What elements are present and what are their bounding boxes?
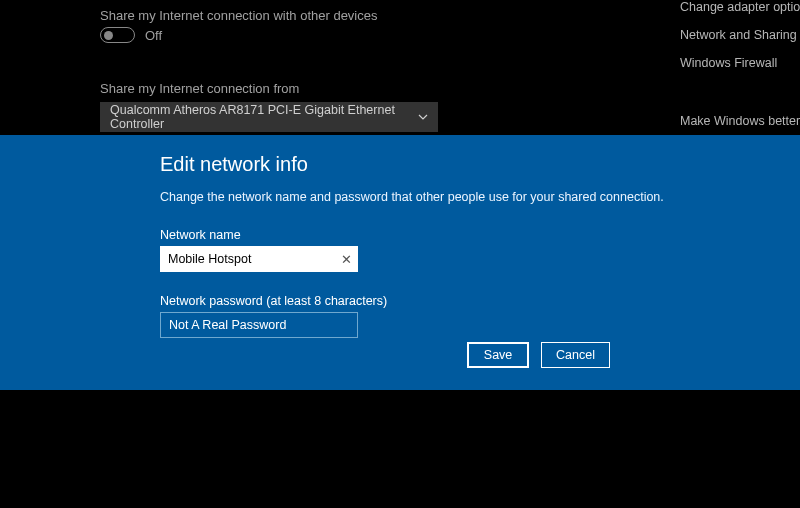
network-name-field-wrap: ✕ <box>160 246 358 272</box>
share-from-dropdown[interactable]: Qualcomm Atheros AR8171 PCI-E Gigabit Et… <box>100 102 438 132</box>
save-button[interactable]: Save <box>467 342 529 368</box>
share-toggle-state: Off <box>145 28 162 43</box>
edit-network-info-dialog: Edit network info Change the network nam… <box>0 135 800 390</box>
cancel-button[interactable]: Cancel <box>541 342 610 368</box>
share-from-label: Share my Internet connection from <box>100 81 600 96</box>
make-windows-better: Make Windows better <box>680 114 800 128</box>
link-network-sharing[interactable]: Network and Sharing Center <box>680 28 800 42</box>
chevron-down-icon <box>418 114 428 120</box>
clear-input-icon[interactable]: ✕ <box>341 252 352 267</box>
link-change-adapter[interactable]: Change adapter options <box>680 0 800 14</box>
link-windows-firewall[interactable]: Windows Firewall <box>680 56 800 70</box>
share-toggle-label: Share my Internet connection with other … <box>100 8 600 23</box>
network-password-field-wrap <box>160 312 358 338</box>
dialog-button-row: Save Cancel <box>467 342 610 368</box>
network-password-label: Network password (at least 8 characters) <box>160 294 760 308</box>
share-toggle-row: Off <box>100 27 600 43</box>
dialog-title: Edit network info <box>160 153 760 176</box>
network-name-input[interactable] <box>160 246 358 272</box>
share-from-value: Qualcomm Atheros AR8171 PCI-E Gigabit Et… <box>110 103 418 131</box>
network-password-input[interactable] <box>169 313 349 337</box>
related-settings-links: Change adapter options Network and Shari… <box>680 0 800 142</box>
share-toggle[interactable] <box>100 27 135 43</box>
network-name-label: Network name <box>160 228 760 242</box>
dialog-subtitle: Change the network name and password tha… <box>160 190 760 204</box>
